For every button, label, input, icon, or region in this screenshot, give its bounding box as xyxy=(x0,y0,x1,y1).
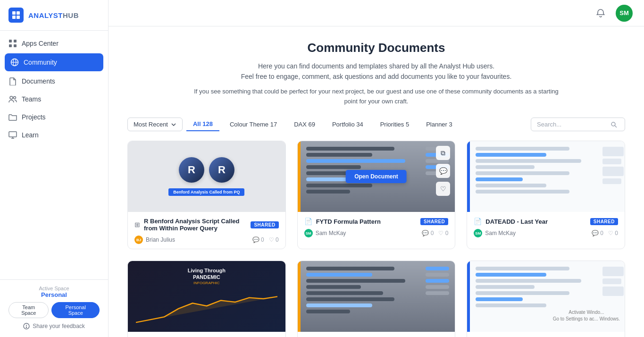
sidebar-item-learn[interactable]: Learn xyxy=(0,126,108,144)
doc-stats-3: 💬 0 ♡ 0 xyxy=(592,230,618,236)
like-stat-2: ♡ 0 xyxy=(438,230,448,236)
sidebar-item-documents[interactable]: Documents xyxy=(0,72,108,90)
doc-name-3: DATEADD - Last Year xyxy=(485,218,548,225)
svg-line-20 xyxy=(615,126,617,127)
svg-point-12 xyxy=(14,97,16,99)
filter-priorities[interactable]: Priorities 5 xyxy=(374,118,416,131)
doc-line xyxy=(476,279,581,283)
filter-portfolio[interactable]: Portfolio 34 xyxy=(326,118,370,131)
chart-line xyxy=(306,273,372,277)
open-document-button[interactable]: Open Document xyxy=(346,170,407,183)
svg-rect-5 xyxy=(14,40,17,42)
doc-line xyxy=(476,285,534,289)
doc-card-1[interactable]: R R Benford Analysis Called from PQ ⊞ R … xyxy=(127,141,286,249)
logo-icon xyxy=(8,8,24,23)
doc-card-3[interactable]: 📄 DATEADD - Last Year SHARED SM Sam McKa… xyxy=(467,141,625,249)
chart-line xyxy=(306,190,350,194)
svg-rect-3 xyxy=(17,16,20,19)
doc-right xyxy=(599,141,625,212)
like-stat-1: ♡ 0 xyxy=(269,236,279,243)
author-name-2: Sam McKay xyxy=(316,230,346,236)
doc-card-5[interactable]: 📄 FYTD Formula Pattern 2 SHARED SM Sam M… xyxy=(297,261,456,337)
personal-space-button[interactable]: Personal Space xyxy=(51,302,100,318)
chart-line xyxy=(306,310,350,313)
filter-dax[interactable]: DAX 69 xyxy=(287,118,322,131)
chart-line xyxy=(306,297,394,301)
folder-icon xyxy=(8,113,17,121)
author-avatar-1: BJ xyxy=(134,236,143,244)
copy-action[interactable]: ⧉ xyxy=(436,146,450,160)
logo-text: ANALYSTHUB xyxy=(28,11,79,19)
toggle xyxy=(426,291,449,295)
team-space-button[interactable]: Team Space xyxy=(8,302,49,318)
sidebar-item-projects[interactable]: Projects xyxy=(0,108,108,126)
doc-card-4[interactable]: Living ThroughPANDEMIC INFOGRAPHIC 📄 Liv… xyxy=(127,261,286,337)
doc-card-6[interactable]: Activate Windo... Go to Settings to ac..… xyxy=(467,261,625,337)
doc-author-2: SM Sam McKay xyxy=(304,229,346,237)
chart-line xyxy=(306,147,394,151)
doc-thumbnail-2: Open Document ⧉ 💬 ♡ xyxy=(298,141,455,212)
doc-author-row-3: SM Sam McKay 💬 0 ♡ 0 xyxy=(474,229,618,237)
sidebar-bottom: Active Space Personal Team Space Persona… xyxy=(0,279,108,337)
doc-line xyxy=(476,267,569,270)
svg-rect-4 xyxy=(9,40,12,42)
sidebar-item-label: Community xyxy=(24,59,57,66)
toggle xyxy=(426,273,449,277)
doc-footer-1: ⊞ R Benford Analysis Script Called from … xyxy=(128,212,285,249)
sidebar-item-apps-center[interactable]: Apps Center xyxy=(0,34,108,52)
doc-author-row-2: SM Sam McKay 💬 0 ♡ 0 xyxy=(304,229,449,237)
notification-bell[interactable] xyxy=(593,6,608,21)
toggle xyxy=(426,267,449,270)
svg-rect-2 xyxy=(12,16,16,19)
doc-name-1: R Benford Analysis Script Called from Wi… xyxy=(144,218,251,232)
space-toggle: Team Space Personal Space xyxy=(8,302,100,318)
r-circle-2: R xyxy=(209,157,234,183)
chart-line xyxy=(306,279,405,283)
sidebar-item-community[interactable]: Community xyxy=(5,53,103,71)
file-icon-2: 📄 xyxy=(304,218,312,225)
logo: ANALYSTHUB xyxy=(0,0,108,31)
chart-line xyxy=(306,184,372,187)
shared-badge-1: SHARED xyxy=(251,221,278,228)
svg-rect-1 xyxy=(17,11,20,15)
share-feedback[interactable]: Share your feedback xyxy=(8,323,100,329)
sort-dropdown[interactable]: Most Recent xyxy=(127,118,183,131)
comment-action[interactable]: 💬 xyxy=(436,164,450,178)
doc-thumbnail-6: Activate Windo... Go to Settings to ac..… xyxy=(467,261,625,332)
script-icon: ⊞ xyxy=(134,221,140,228)
sidebar-item-label: Teams xyxy=(22,95,41,103)
svg-rect-0 xyxy=(12,11,16,15)
share-feedback-label: Share your feedback xyxy=(33,323,85,329)
author-name-1: Brian Julius xyxy=(146,236,175,243)
globe-icon xyxy=(10,58,19,67)
like-stat-3: ♡ 0 xyxy=(608,230,618,236)
heart-action[interactable]: ♡ xyxy=(436,182,450,196)
doc-line xyxy=(476,303,546,307)
search-icon xyxy=(611,121,617,128)
doc-name-row-3: 📄 DATEADD - Last Year xyxy=(474,218,548,225)
svg-rect-6 xyxy=(9,44,12,47)
search-input[interactable] xyxy=(537,121,608,128)
doc-block xyxy=(602,147,624,156)
doc-thumbnail-3 xyxy=(467,141,625,212)
sidebar: ANALYSTHUB Apps Center Community Documen… xyxy=(0,0,109,337)
file-icon-3: 📄 xyxy=(474,218,482,225)
sidebar-item-teams[interactable]: Teams xyxy=(0,90,108,108)
filter-planner[interactable]: Planner 3 xyxy=(419,118,459,131)
filter-all[interactable]: All 128 xyxy=(186,118,219,131)
filter-bar: Most Recent All 128 Colour Theme 17 DAX … xyxy=(127,118,625,131)
r-circles: R R xyxy=(179,157,234,183)
doc-line xyxy=(476,165,534,169)
doc-author-1: BJ Brian Julius xyxy=(134,236,175,244)
chart-line xyxy=(306,303,372,307)
doc-card-2[interactable]: Open Document ⧉ 💬 ♡ 📄 FYTD Formula Patte… xyxy=(297,141,456,249)
doc-line xyxy=(476,273,546,277)
author-avatar-3: SM xyxy=(474,229,482,237)
r-circle-1: R xyxy=(179,157,204,183)
doc-author-row-1: BJ Brian Julius 💬 0 ♡ 0 xyxy=(134,236,279,244)
author-avatar-2: SM xyxy=(304,229,313,237)
chart-line xyxy=(306,165,361,169)
filter-colour-theme[interactable]: Colour Theme 17 xyxy=(223,118,284,131)
user-avatar[interactable]: SM xyxy=(616,5,633,22)
document-grid: R R Benford Analysis Called from PQ ⊞ R … xyxy=(127,141,625,337)
